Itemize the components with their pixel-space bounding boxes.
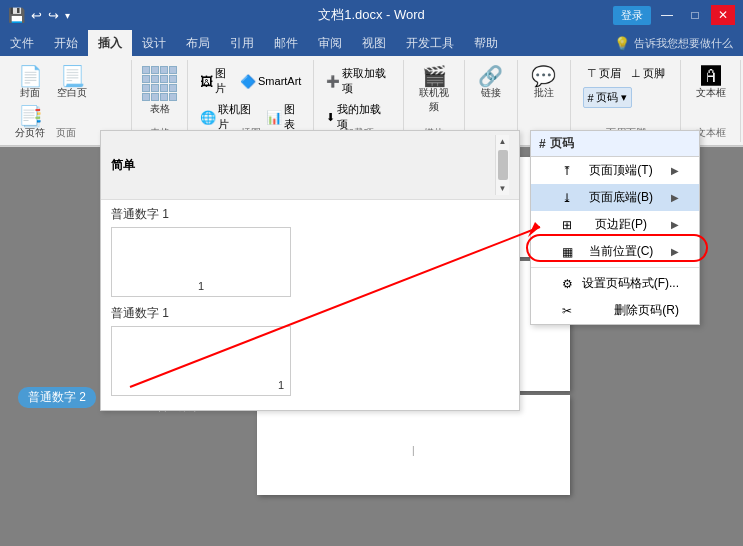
blank-page-button[interactable]: 📃 空白页 bbox=[52, 64, 92, 102]
textbox-button[interactable]: 🅰 文本框 bbox=[691, 64, 731, 102]
dropdown-item-label-2: 普通数字 1 bbox=[111, 305, 509, 322]
dropdown-scrollbar[interactable]: ▲ ▼ bbox=[495, 135, 509, 195]
tab-review[interactable]: 审阅 bbox=[308, 30, 352, 56]
flyout-title-label: 页码 bbox=[550, 135, 574, 152]
page-preview-1[interactable]: 1 bbox=[111, 227, 291, 297]
flyout-item-label-4: 当前位置(C) bbox=[589, 243, 654, 260]
picture-icon: 🖼 bbox=[200, 74, 213, 89]
window-title: 文档1.docx - Word bbox=[318, 6, 425, 24]
flyout-item-current[interactable]: ▦ 当前位置(C) ▶ bbox=[531, 238, 699, 265]
margin-icon: ⊞ bbox=[559, 217, 575, 233]
link-icon: 🔗 bbox=[478, 66, 503, 86]
flyout-item-margin[interactable]: ⊞ 页边距(P) ▶ bbox=[531, 211, 699, 238]
smartart-icon: 🔷 bbox=[240, 74, 256, 89]
dropdown-items-container: 普通数字 1 1 普通数字 1 1 bbox=[101, 200, 519, 410]
flyout-menu: # 页码 ⤒ 页面顶端(T) ▶ ⤓ 页面底端(B) ▶ ⊞ 页边距(P) ▶ … bbox=[530, 130, 700, 325]
tab-layout[interactable]: 布局 bbox=[176, 30, 220, 56]
page-number-dropdown: 简单 ▲ ▼ 普通数字 1 1 普通数字 1 1 bbox=[100, 130, 520, 411]
flyout-item-label-5: 设置页码格式(F)... bbox=[582, 275, 679, 292]
get-addins-button[interactable]: ➕ 获取加载项 bbox=[322, 64, 395, 98]
textbox-icon: 🅰 bbox=[701, 66, 721, 86]
flyout-item-format[interactable]: ⚙ 设置页码格式(F)... bbox=[531, 270, 699, 297]
dropdown-item-label-1: 普通数字 1 bbox=[111, 206, 509, 223]
flyout-item-label-3: 页边距(P) bbox=[595, 216, 647, 233]
flyout-menu-container: # 页码 ⤒ 页面顶端(T) ▶ ⤓ 页面底端(B) ▶ ⊞ 页边距(P) ▶ … bbox=[530, 130, 700, 325]
tab-view[interactable]: 视图 bbox=[352, 30, 396, 56]
scroll-thumb[interactable] bbox=[498, 150, 508, 180]
cover-icon: 📄 bbox=[18, 66, 43, 86]
title-bar: 💾 ↩ ↪ ▾ 文档1.docx - Word 登录 — □ ✕ bbox=[0, 0, 743, 30]
page-number-button[interactable]: # 页码 ▾ bbox=[583, 87, 632, 108]
flyout-item-bottom[interactable]: ⤓ 页面底端(B) ▶ bbox=[531, 184, 699, 211]
format-icon: ⚙ bbox=[559, 276, 575, 292]
tab-help[interactable]: 帮助 bbox=[464, 30, 508, 56]
tab-home[interactable]: 开始 bbox=[44, 30, 88, 56]
cursor-mark-2: | bbox=[287, 415, 541, 456]
page-bottom-icon: ⤓ bbox=[559, 190, 575, 206]
scroll-down-arrow[interactable]: ▼ bbox=[497, 182, 509, 195]
footer-button[interactable]: ⊥ 页脚 bbox=[627, 64, 669, 83]
dropdown-items-list: 普通数字 1 1 普通数字 1 1 bbox=[101, 200, 519, 410]
video-icon: 🎬 bbox=[422, 66, 447, 86]
customize-icon[interactable]: ▾ bbox=[65, 10, 70, 21]
arrow-icon-3: ▶ bbox=[671, 219, 679, 230]
dropdown-title: 简单 bbox=[111, 157, 135, 174]
picture-button[interactable]: 🖼 图片 bbox=[196, 64, 234, 98]
arrow-icon-1: ▶ bbox=[671, 165, 679, 176]
comment-icon: 💬 bbox=[531, 66, 556, 86]
arrow-icon-4: ▶ bbox=[671, 246, 679, 257]
tab-mail[interactable]: 邮件 bbox=[264, 30, 308, 56]
flyout-item-label-6: 删除页码(R) bbox=[614, 302, 679, 319]
table-icon bbox=[142, 66, 178, 102]
undo-icon[interactable]: ↩ bbox=[31, 8, 42, 23]
minimize-button[interactable]: — bbox=[655, 5, 679, 25]
tab-developer[interactable]: 开发工具 bbox=[396, 30, 464, 56]
flyout-item-label-1: 页面顶端(T) bbox=[589, 162, 652, 179]
bulb-icon: 💡 bbox=[614, 36, 630, 51]
page-code-icon: # bbox=[539, 137, 546, 151]
page-number-2: 1 bbox=[112, 379, 290, 395]
flyout-divider bbox=[531, 267, 699, 268]
tab-insert[interactable]: 插入 bbox=[88, 30, 132, 56]
close-button[interactable]: ✕ bbox=[711, 5, 735, 25]
links-button[interactable]: 🔗 链接 bbox=[471, 64, 511, 102]
login-button[interactable]: 登录 bbox=[613, 6, 651, 25]
scroll-up-arrow[interactable]: ▲ bbox=[497, 135, 509, 148]
tab-file[interactable]: 文件 bbox=[0, 30, 44, 56]
comment-button[interactable]: 💬 批注 bbox=[524, 64, 564, 102]
tab-references[interactable]: 引用 bbox=[220, 30, 264, 56]
title-bar-left: 💾 ↩ ↪ ▾ bbox=[8, 7, 70, 23]
help-text[interactable]: 告诉我您想要做什么 bbox=[634, 36, 733, 51]
save-icon[interactable]: 💾 bbox=[8, 7, 25, 23]
arrow-icon-2: ▶ bbox=[671, 192, 679, 203]
delete-icon: ✂ bbox=[559, 303, 575, 319]
flyout-item-top[interactable]: ⤒ 页面顶端(T) ▶ bbox=[531, 157, 699, 184]
ribbon-tabs: 文件 开始 插入 设计 布局 引用 邮件 审阅 视图 开发工具 帮助 💡 告诉我… bbox=[0, 30, 743, 56]
flyout-item-delete[interactable]: ✂ 删除页码(R) bbox=[531, 297, 699, 324]
title-bar-right: 登录 — □ ✕ bbox=[613, 5, 735, 25]
maximize-button[interactable]: □ bbox=[683, 5, 707, 25]
flyout-item-label-2: 页面底端(B) bbox=[589, 189, 653, 206]
redo-icon[interactable]: ↪ bbox=[48, 8, 59, 23]
online-video-button[interactable]: 🎬 联机视频 bbox=[412, 64, 455, 116]
chart-icon: 📊 bbox=[266, 110, 282, 125]
table-button[interactable]: 表格 bbox=[138, 64, 182, 118]
online-pic-icon: 🌐 bbox=[200, 110, 216, 125]
current-pos-icon: ▦ bbox=[559, 244, 575, 260]
dropdown-header: 简单 ▲ ▼ bbox=[101, 131, 519, 200]
cover-page-button[interactable]: 📄 封面 bbox=[10, 64, 50, 102]
page-break-button[interactable]: 📑 分页符 bbox=[10, 104, 50, 142]
page-preview-2[interactable]: 1 bbox=[111, 326, 291, 396]
break-icon: 📑 bbox=[18, 106, 43, 126]
page-top-icon: ⤒ bbox=[559, 163, 575, 179]
tab-design[interactable]: 设计 bbox=[132, 30, 176, 56]
flyout-title: # 页码 bbox=[531, 131, 699, 157]
highlighted-number2-label: 普通数字 2 bbox=[18, 387, 96, 408]
blank-icon: 📃 bbox=[60, 66, 85, 86]
header-button[interactable]: ⊤ 页眉 bbox=[583, 64, 625, 83]
chart-button[interactable]: 📊 图表 bbox=[262, 100, 306, 134]
page-number-1: 1 bbox=[198, 280, 204, 296]
smartart-button[interactable]: 🔷 SmartArt bbox=[236, 64, 305, 98]
